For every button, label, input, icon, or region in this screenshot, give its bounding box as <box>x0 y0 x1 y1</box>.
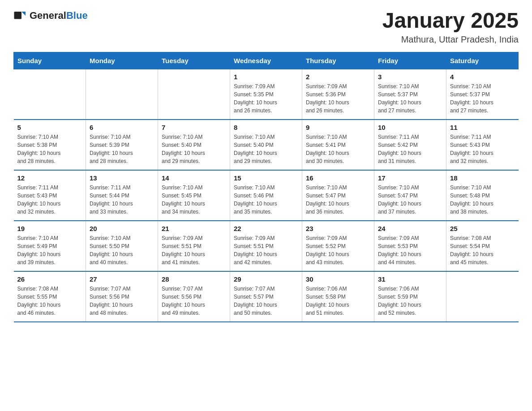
month-title: January 2025 <box>382 9 519 33</box>
day-info: Sunrise: 7:07 AM Sunset: 5:56 PM Dayligh… <box>162 285 226 317</box>
calendar-cell: 4Sunrise: 7:10 AM Sunset: 5:37 PM Daylig… <box>446 69 519 120</box>
calendar-cell: 8Sunrise: 7:10 AM Sunset: 5:40 PM Daylig… <box>230 120 302 170</box>
day-number: 7 <box>162 124 226 131</box>
day-number: 11 <box>450 124 515 131</box>
calendar-header-row: SundayMondayTuesdayWednesdayThursdayFrid… <box>14 52 519 69</box>
day-info: Sunrise: 7:09 AM Sunset: 5:36 PM Dayligh… <box>306 82 370 115</box>
page-header: GeneralBlue January 2025 Mathura, Uttar … <box>13 9 519 45</box>
calendar-cell: 18Sunrise: 7:10 AM Sunset: 5:48 PM Dayli… <box>446 170 519 221</box>
day-info: Sunrise: 7:10 AM Sunset: 5:47 PM Dayligh… <box>306 184 370 216</box>
day-number: 30 <box>306 275 370 283</box>
day-info: Sunrise: 7:10 AM Sunset: 5:50 PM Dayligh… <box>90 234 154 266</box>
day-number: 12 <box>17 174 82 182</box>
day-number: 19 <box>17 225 82 232</box>
calendar-cell: 1Sunrise: 7:09 AM Sunset: 5:35 PM Daylig… <box>230 69 302 120</box>
calendar-week-row: 26Sunrise: 7:08 AM Sunset: 5:55 PM Dayli… <box>14 271 519 322</box>
calendar-cell: 19Sunrise: 7:10 AM Sunset: 5:49 PM Dayli… <box>14 221 86 271</box>
day-number: 26 <box>17 275 82 283</box>
calendar-week-row: 19Sunrise: 7:10 AM Sunset: 5:49 PM Dayli… <box>14 221 519 271</box>
day-info: Sunrise: 7:06 AM Sunset: 5:59 PM Dayligh… <box>378 285 442 317</box>
day-info: Sunrise: 7:10 AM Sunset: 5:37 PM Dayligh… <box>450 82 515 115</box>
day-number: 8 <box>234 124 298 131</box>
day-number: 16 <box>306 174 370 182</box>
calendar-week-row: 12Sunrise: 7:11 AM Sunset: 5:43 PM Dayli… <box>14 170 519 221</box>
calendar-cell <box>158 69 230 120</box>
day-info: Sunrise: 7:11 AM Sunset: 5:44 PM Dayligh… <box>90 184 154 216</box>
day-number: 6 <box>90 124 154 131</box>
day-info: Sunrise: 7:09 AM Sunset: 5:51 PM Dayligh… <box>162 234 226 266</box>
calendar-cell: 23Sunrise: 7:09 AM Sunset: 5:52 PM Dayli… <box>302 221 374 271</box>
day-info: Sunrise: 7:07 AM Sunset: 5:56 PM Dayligh… <box>90 285 154 317</box>
day-number: 24 <box>378 225 442 232</box>
day-number: 5 <box>17 124 82 131</box>
day-info: Sunrise: 7:08 AM Sunset: 5:54 PM Dayligh… <box>450 234 515 266</box>
day-info: Sunrise: 7:10 AM Sunset: 5:37 PM Dayligh… <box>378 82 442 115</box>
day-info: Sunrise: 7:10 AM Sunset: 5:46 PM Dayligh… <box>234 184 298 216</box>
calendar-cell: 30Sunrise: 7:06 AM Sunset: 5:58 PM Dayli… <box>302 271 374 322</box>
calendar-cell: 17Sunrise: 7:10 AM Sunset: 5:47 PM Dayli… <box>374 170 446 221</box>
day-number: 22 <box>234 225 298 232</box>
day-number: 23 <box>306 225 370 232</box>
day-number: 27 <box>90 275 154 283</box>
day-info: Sunrise: 7:10 AM Sunset: 5:38 PM Dayligh… <box>17 133 82 165</box>
day-number: 29 <box>234 275 298 283</box>
weekday-header-sunday: Sunday <box>14 52 86 69</box>
day-info: Sunrise: 7:10 AM Sunset: 5:41 PM Dayligh… <box>306 133 370 165</box>
day-number: 20 <box>90 225 154 232</box>
day-info: Sunrise: 7:10 AM Sunset: 5:39 PM Dayligh… <box>90 133 154 165</box>
calendar-cell <box>86 69 158 120</box>
calendar-cell: 9Sunrise: 7:10 AM Sunset: 5:41 PM Daylig… <box>302 120 374 170</box>
day-info: Sunrise: 7:09 AM Sunset: 5:51 PM Dayligh… <box>234 234 298 266</box>
day-info: Sunrise: 7:11 AM Sunset: 5:43 PM Dayligh… <box>17 184 82 216</box>
calendar-cell: 5Sunrise: 7:10 AM Sunset: 5:38 PM Daylig… <box>14 120 86 170</box>
calendar-cell: 16Sunrise: 7:10 AM Sunset: 5:47 PM Dayli… <box>302 170 374 221</box>
calendar-table: SundayMondayTuesdayWednesdayThursdayFrid… <box>13 52 519 322</box>
calendar-cell: 7Sunrise: 7:10 AM Sunset: 5:40 PM Daylig… <box>158 120 230 170</box>
day-number: 28 <box>162 275 226 283</box>
calendar-cell: 29Sunrise: 7:07 AM Sunset: 5:57 PM Dayli… <box>230 271 302 322</box>
day-number: 4 <box>450 73 515 81</box>
day-number: 25 <box>450 225 515 232</box>
calendar-cell: 2Sunrise: 7:09 AM Sunset: 5:36 PM Daylig… <box>302 69 374 120</box>
day-number: 18 <box>450 174 515 182</box>
calendar-cell: 20Sunrise: 7:10 AM Sunset: 5:50 PM Dayli… <box>86 221 158 271</box>
day-number: 3 <box>378 73 442 81</box>
day-number: 14 <box>162 174 226 182</box>
day-number: 1 <box>234 73 298 81</box>
day-number: 2 <box>306 73 370 81</box>
day-number: 13 <box>90 174 154 182</box>
day-number: 21 <box>162 225 226 232</box>
weekday-header-monday: Monday <box>86 52 158 69</box>
logo: GeneralBlue <box>13 9 88 22</box>
day-info: Sunrise: 7:09 AM Sunset: 5:35 PM Dayligh… <box>234 82 298 115</box>
calendar-cell: 14Sunrise: 7:10 AM Sunset: 5:45 PM Dayli… <box>158 170 230 221</box>
calendar-cell: 13Sunrise: 7:11 AM Sunset: 5:44 PM Dayli… <box>86 170 158 221</box>
day-info: Sunrise: 7:10 AM Sunset: 5:49 PM Dayligh… <box>17 234 82 266</box>
location-title: Mathura, Uttar Pradesh, India <box>382 34 519 45</box>
calendar-cell: 27Sunrise: 7:07 AM Sunset: 5:56 PM Dayli… <box>86 271 158 322</box>
day-info: Sunrise: 7:06 AM Sunset: 5:58 PM Dayligh… <box>306 285 370 317</box>
title-block: January 2025 Mathura, Uttar Pradesh, Ind… <box>382 9 519 45</box>
calendar-cell: 12Sunrise: 7:11 AM Sunset: 5:43 PM Dayli… <box>14 170 86 221</box>
day-info: Sunrise: 7:10 AM Sunset: 5:40 PM Dayligh… <box>162 133 226 165</box>
weekday-header-tuesday: Tuesday <box>158 52 230 69</box>
weekday-header-wednesday: Wednesday <box>230 52 302 69</box>
calendar-cell: 24Sunrise: 7:09 AM Sunset: 5:53 PM Dayli… <box>374 221 446 271</box>
calendar-cell: 31Sunrise: 7:06 AM Sunset: 5:59 PM Dayli… <box>374 271 446 322</box>
calendar-cell: 3Sunrise: 7:10 AM Sunset: 5:37 PM Daylig… <box>374 69 446 120</box>
weekday-header-thursday: Thursday <box>302 52 374 69</box>
day-info: Sunrise: 7:09 AM Sunset: 5:52 PM Dayligh… <box>306 234 370 266</box>
day-info: Sunrise: 7:09 AM Sunset: 5:53 PM Dayligh… <box>378 234 442 266</box>
calendar-cell <box>446 271 519 322</box>
day-info: Sunrise: 7:10 AM Sunset: 5:47 PM Dayligh… <box>378 184 442 216</box>
calendar-cell: 6Sunrise: 7:10 AM Sunset: 5:39 PM Daylig… <box>86 120 158 170</box>
calendar-cell: 10Sunrise: 7:11 AM Sunset: 5:42 PM Dayli… <box>374 120 446 170</box>
calendar-cell: 26Sunrise: 7:08 AM Sunset: 5:55 PM Dayli… <box>14 271 86 322</box>
calendar-cell: 22Sunrise: 7:09 AM Sunset: 5:51 PM Dayli… <box>230 221 302 271</box>
day-info: Sunrise: 7:08 AM Sunset: 5:55 PM Dayligh… <box>17 285 82 317</box>
day-info: Sunrise: 7:10 AM Sunset: 5:48 PM Dayligh… <box>450 184 515 216</box>
logo-general-text: General <box>30 10 66 21</box>
day-info: Sunrise: 7:10 AM Sunset: 5:45 PM Dayligh… <box>162 184 226 216</box>
day-info: Sunrise: 7:07 AM Sunset: 5:57 PM Dayligh… <box>234 285 298 317</box>
svg-rect-0 <box>14 12 22 19</box>
